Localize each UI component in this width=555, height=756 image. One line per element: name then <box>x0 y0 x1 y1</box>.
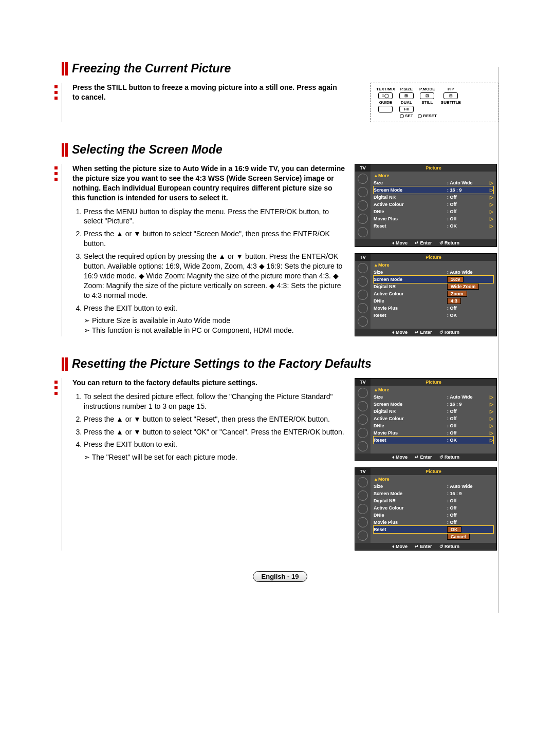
osd-footer-return: ↺ Return <box>439 544 460 549</box>
osd-arrow-icon: ▷ <box>488 394 493 400</box>
osd-row-value: : Auto Wide <box>447 484 488 489</box>
osd-footer-return: ↺ Return <box>439 330 460 335</box>
osd-row-value: : Off <box>447 498 488 503</box>
osd-row-key: Screen Mode <box>374 277 442 282</box>
osd-title: Picture <box>371 468 496 475</box>
osd-row-value: 16:9 <box>442 277 488 282</box>
osd-row-value: : Off <box>447 306 488 311</box>
remote-label: STILL <box>416 100 439 105</box>
step-3: Select the required option by pressing t… <box>84 252 345 300</box>
osd-arrow-icon: ▷ <box>488 430 493 436</box>
osd-row: Reset: OK▷ <box>374 222 493 230</box>
section-freezing: Freezing the Current Picture Press the S… <box>62 62 498 122</box>
screen-mode-body: When setting the picture size to Auto Wi… <box>62 164 345 336</box>
osd-row-key: Screen Mode <box>374 187 447 193</box>
osd-row-value: : OK <box>447 223 488 229</box>
step-4: Press the EXIT button to exit. <box>84 304 345 313</box>
remote-label: SET <box>405 114 413 118</box>
osd-row-key: Size <box>374 270 447 275</box>
osd-row: Active Colour: Off <box>374 504 493 512</box>
osd-arrow-icon: ▷ <box>488 209 493 214</box>
osd-row-value: : Off <box>447 505 488 511</box>
osd-row: Digital NRWide Zoom <box>374 283 493 290</box>
osd-row-value: : Off <box>447 513 488 518</box>
osd-row: Size: Auto Wide <box>374 483 493 490</box>
osd-row-key: Movie Plus <box>374 216 447 221</box>
section-screen-mode: Selecting the Screen Mode When setting t… <box>62 143 498 336</box>
osd-row: Movie Plus: Off <box>374 305 493 312</box>
remote-button <box>378 106 393 112</box>
screen-mode-intro: When setting the picture size to Auto Wi… <box>72 164 345 203</box>
osd-tv-label: TV <box>355 379 371 386</box>
step-3: Press the ▲ or ▼ button to select "OK" o… <box>84 427 345 437</box>
remote-label: PIP <box>439 86 463 92</box>
osd-row-value: : Off <box>447 195 488 200</box>
osd-row: Active Colour: Off▷ <box>374 415 493 422</box>
osd-row-value: : OK <box>447 313 488 318</box>
osd-row-value: : Off <box>447 202 488 207</box>
osd-row-key: Movie Plus <box>374 430 447 436</box>
osd-arrow-icon: ▷ <box>488 195 493 200</box>
osd-footer-enter: ↵ Enter <box>415 544 432 549</box>
osd-row-value: Zoom <box>442 291 488 296</box>
osd-footer-move: ♦ Move <box>392 544 408 549</box>
page-number: English - 19 <box>253 571 308 582</box>
osd-more-label: ▲More <box>374 477 493 482</box>
remote-button: I·II <box>399 106 414 112</box>
osd-side-icons <box>355 386 371 453</box>
osd-arrow-icon: ▷ <box>488 223 493 229</box>
remote-dot-icon <box>400 114 404 118</box>
osd-row: Size: Auto Wide▷ <box>374 179 493 186</box>
remote-label: RESET <box>423 114 437 118</box>
osd-footer: ♦ Move↵ Enter↺ Return <box>355 453 496 461</box>
osd-footer-return: ↺ Return <box>439 455 460 460</box>
osd-arrow-icon: ▷ <box>488 187 493 193</box>
osd-row: Movie Plus: Off▷ <box>374 429 493 437</box>
osd-row-value: : Auto Wide <box>447 180 488 185</box>
osd-row-key: Digital NR <box>374 409 447 414</box>
osd-row: Screen Mode16:9 <box>374 276 493 283</box>
remote-button: ⊟ <box>443 92 458 99</box>
osd-more-label: ▲More <box>374 173 493 178</box>
osd-row-key: Size <box>374 484 447 489</box>
remote-button: ⊞ <box>399 92 414 99</box>
section-reset: Resetting the Picture Settings to the Fa… <box>62 357 498 551</box>
osd-row: Digital NR: Off <box>374 497 493 504</box>
heading-accent-bars <box>62 62 68 75</box>
freezing-body: Press the STILL button to freeze a movin… <box>62 83 345 122</box>
osd-row-key: Active Colour <box>374 505 447 511</box>
osd-row-key: Size <box>374 180 447 185</box>
osd-row-value: : Off <box>447 423 488 428</box>
osd-row-key: Active Colour <box>374 202 447 207</box>
osd-row-value: : Off <box>447 216 488 221</box>
side-dots <box>54 378 58 398</box>
osd-row-key: Active Colour <box>374 416 447 421</box>
osd-arrow-icon: ▷ <box>488 423 493 428</box>
osd-row-key: Screen Mode <box>374 491 447 496</box>
osd-arrow-icon: ▷ <box>488 409 493 414</box>
osd-row-value: 4:3 <box>442 298 488 304</box>
osd-row: DNIe: Off▷ <box>374 422 493 429</box>
step-1: To select the desired picture effect, fo… <box>84 392 345 411</box>
osd-row-value: : Auto Wide <box>447 394 488 400</box>
osd-option: Cancel <box>447 534 470 540</box>
osd-side-icons <box>355 172 371 239</box>
osd-row-value: : Off <box>447 430 488 436</box>
osd-more-label: ▲More <box>374 387 493 392</box>
osd-option: 16:9 <box>447 276 464 282</box>
remote-button: ⊡ <box>420 92 434 99</box>
heading-accent-bars <box>62 357 68 371</box>
osd-side-icons <box>355 475 371 543</box>
remote-label: P.SIZE <box>397 86 416 92</box>
note: Picture Size is available in Auto Wide m… <box>84 316 345 326</box>
osd-row: ResetOK <box>374 526 493 533</box>
reset-steps: To select the desired picture effect, fo… <box>72 392 345 449</box>
remote-label: P.MODE <box>416 86 439 92</box>
osd-option: Zoom <box>447 291 467 297</box>
osd-row-value: : OK <box>447 438 488 443</box>
osd-footer-enter: ↵ Enter <box>415 330 432 335</box>
osd-row-value: : Auto Wide <box>447 270 488 275</box>
osd-row: Cancel <box>374 533 493 540</box>
heading-accent-bars <box>62 143 68 157</box>
osd-arrow-icon: ▷ <box>488 180 493 185</box>
